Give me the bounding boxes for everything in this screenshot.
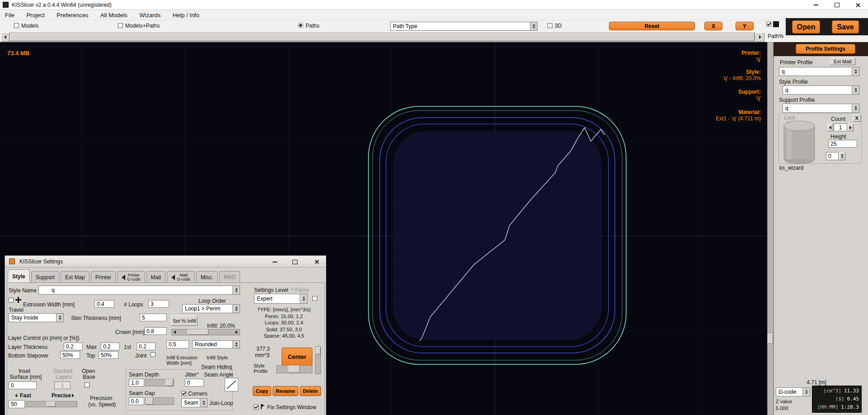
menu-preferences[interactable]: Preferences <box>52 10 93 20</box>
infill-extrusion-input[interactable]: 0.5 <box>166 340 189 348</box>
rotation-spinner[interactable] <box>839 152 845 160</box>
max-thickness-input[interactable]: 0.2 <box>101 343 120 350</box>
stepper-icon[interactable] <box>232 341 240 348</box>
tab-pro[interactable]: PRO <box>219 271 240 283</box>
tab-misc[interactable]: Misc. <box>196 271 218 283</box>
settings-close-button[interactable] <box>311 258 322 266</box>
x-button[interactable]: X <box>704 22 722 30</box>
3d-checkbox[interactable] <box>547 23 552 28</box>
loop-order-combo[interactable]: Loop1 > Perim <box>182 304 240 313</box>
first-layer-input[interactable]: 0.2 <box>137 343 156 350</box>
count-increment-button[interactable] <box>848 124 854 131</box>
menu-help-info[interactable]: Help / Info <box>168 10 204 20</box>
layer-scroll-left-button[interactable] <box>1 33 9 42</box>
stepper-icon[interactable] <box>852 86 859 94</box>
infill-slider-left[interactable] <box>172 329 178 335</box>
fix-settings-checkbox[interactable] <box>254 405 259 410</box>
tab-style[interactable]: Style <box>8 269 30 283</box>
count-input[interactable]: 1 <box>834 124 847 131</box>
y-button[interactable]: Y <box>736 22 754 30</box>
paths-radio[interactable] <box>298 23 303 28</box>
extrusion-width-input[interactable]: 0.4 <box>94 300 114 308</box>
rotation-input[interactable]: 0 <box>826 152 839 160</box>
viewport-vertical-scrollbar-thumb[interactable] <box>768 334 773 344</box>
stepper-icon[interactable] <box>300 294 307 303</box>
menu-all-models[interactable]: All Models <box>95 10 132 20</box>
infill-style-combo[interactable]: Rounded <box>192 340 240 348</box>
support-profile-combo[interactable]: q <box>783 104 859 113</box>
menu-file[interactable]: File <box>0 10 19 20</box>
copy-button[interactable]: Copy <box>253 386 271 396</box>
tab-support[interactable]: Support <box>31 271 59 283</box>
count-decrement-button[interactable] <box>827 124 833 131</box>
stepper-icon[interactable] <box>232 286 240 294</box>
precision-slider-thumb[interactable] <box>47 401 56 407</box>
rename-button[interactable]: Rename <box>273 386 298 396</box>
seam-angle-widget[interactable] <box>225 378 238 391</box>
crown-input[interactable]: 0.8 <box>144 327 167 335</box>
stepper-icon[interactable] <box>530 22 537 30</box>
skin-thickness-input[interactable]: 5 <box>140 314 167 321</box>
seam-combo[interactable]: Seam <box>181 398 208 407</box>
seam-depth-input[interactable]: 1.0 <box>129 379 144 386</box>
infill-slider-right[interactable] <box>234 329 240 335</box>
open-base-checkbox[interactable] <box>85 382 90 387</box>
close-button[interactable] <box>847 0 868 10</box>
top-stepover-input[interactable]: 50% <box>99 351 118 359</box>
layer-thickness-input[interactable]: 0.2 <box>64 343 83 350</box>
settings-level-combo[interactable]: Expert <box>254 294 307 304</box>
tab-matl-gcode[interactable]: MatlG-code <box>167 271 195 283</box>
stepper-icon[interactable] <box>852 67 859 76</box>
jitter-input[interactable]: 0 <box>185 379 204 386</box>
settings-level-checkbox[interactable] <box>312 296 317 301</box>
delete-button[interactable]: Delete <box>300 386 321 396</box>
height-input[interactable]: 25 <box>828 140 857 148</box>
ext-matl-button[interactable]: Ext Matl <box>830 57 855 65</box>
models-paths-checkbox[interactable] <box>118 23 123 28</box>
bottom-stepover-input[interactable]: 50% <box>60 351 80 359</box>
travel-combo[interactable]: Stay Inside <box>9 313 64 322</box>
corners-checkbox[interactable] <box>181 391 186 396</box>
printer-profile-combo[interactable]: q <box>779 67 859 76</box>
menu-project[interactable]: Project <box>21 10 49 20</box>
seam-gap-slider-thumb[interactable] <box>146 398 153 405</box>
maximize-button[interactable] <box>826 0 847 10</box>
stepper-icon[interactable] <box>852 104 859 112</box>
num-loops-input[interactable]: 3 <box>148 300 169 308</box>
stepper-icon[interactable] <box>232 305 240 313</box>
stepper-icon[interactable] <box>56 314 63 322</box>
tab-printer-gcode[interactable]: PrinterG-code <box>117 271 145 283</box>
delete-instance-button[interactable]: X <box>853 114 861 122</box>
settings-minimize-button[interactable] <box>269 258 281 266</box>
profile-settings-button[interactable]: Profile Settings <box>796 44 855 54</box>
tab-matl[interactable]: Matl <box>146 271 166 283</box>
model-thumbnail-cylinder[interactable] <box>781 119 818 165</box>
minimize-button[interactable] <box>806 0 826 10</box>
style-name-combo[interactable]: q <box>38 286 240 295</box>
stepper-icon[interactable] <box>802 388 810 396</box>
viewport-vertical-scrollbar[interactable] <box>767 42 774 415</box>
layer-scroll-right-button[interactable] <box>755 33 764 42</box>
inset-surface-input[interactable]: 0 <box>9 382 37 389</box>
gcode-combo[interactable]: G-code <box>776 387 810 396</box>
seam-depth-slider-thumb[interactable] <box>166 379 173 386</box>
precision-input[interactable]: 50 <box>9 400 25 408</box>
seam-gap-input[interactable]: 0.0 <box>129 397 144 405</box>
set-infill-button[interactable]: Set % Infill <box>171 315 198 326</box>
tab-ext-map[interactable]: Ext Map <box>61 271 90 283</box>
open-button[interactable]: Open <box>792 20 820 33</box>
path-type-combo[interactable]: Path Type <box>390 22 538 31</box>
models-checkbox[interactable] <box>14 23 19 28</box>
save-button[interactable]: Save <box>832 20 859 33</box>
menu-wizards[interactable]: Wizards <box>134 10 165 20</box>
stepper-icon[interactable] <box>200 399 207 407</box>
layer-scrollbar-thumb[interactable] <box>10 33 755 41</box>
style-option-checkbox[interactable] <box>9 298 14 303</box>
settings-window[interactable]: KISSlicer Settings Style Support Ext Map… <box>5 255 326 415</box>
center-button[interactable]: Center <box>282 348 312 366</box>
infill-slider-thumb[interactable] <box>188 329 208 335</box>
center-vertical-slider-thumb[interactable] <box>316 347 321 354</box>
style-profile-slider-thumb[interactable] <box>289 366 300 373</box>
settings-maximize-button[interactable] <box>289 258 301 266</box>
tab-printer[interactable]: Printer <box>91 271 116 283</box>
